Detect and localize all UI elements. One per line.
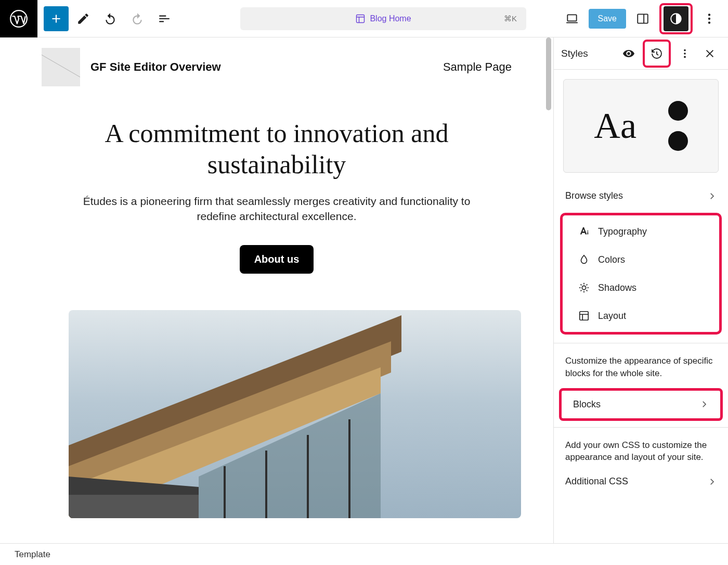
device-preview-button[interactable] — [560, 6, 584, 31]
hero-cta-button[interactable]: About us — [240, 245, 314, 274]
additional-css-row[interactable]: Additional CSS — [554, 468, 728, 495]
nav-link-sample-page[interactable]: Sample Page — [443, 60, 512, 74]
footer-breadcrumb-label: Template — [15, 549, 50, 560]
undo-button[interactable] — [98, 6, 123, 31]
hero-subheading[interactable]: Études is a pioneering firm that seamles… — [69, 194, 485, 224]
site-header: GF Site Editor Overview Sample Page — [42, 48, 512, 118]
close-icon — [704, 48, 716, 59]
additional-css-label: Additional CSS — [565, 476, 628, 487]
svg-rect-1 — [357, 15, 365, 22]
plus-icon — [49, 12, 63, 25]
breadcrumb-shortcut: ⌘K — [504, 14, 517, 23]
settings-sidebar-button[interactable] — [630, 6, 655, 31]
breadcrumb[interactable]: Blog Home ⌘K — [240, 7, 526, 30]
typography-icon — [578, 226, 590, 237]
edit-button[interactable] — [71, 6, 96, 31]
save-button[interactable]: Save — [589, 9, 626, 29]
colors-label: Colors — [598, 254, 625, 265]
history-icon — [651, 47, 663, 60]
wordpress-logo[interactable] — [0, 0, 37, 37]
layout-row[interactable]: Layout — [563, 302, 719, 330]
site-title[interactable]: GF Site Editor Overview — [90, 60, 221, 74]
sidebar-icon — [636, 12, 649, 25]
css-description: Add your own CSS to customize the appear… — [554, 430, 728, 468]
redo-icon — [131, 12, 144, 25]
sidebar-more-button[interactable] — [674, 43, 696, 65]
svg-rect-12 — [69, 495, 199, 518]
browse-styles-row[interactable]: Browse styles — [554, 182, 728, 210]
list-icon — [158, 12, 171, 25]
hero-section: A commitment to innovation and sustainab… — [69, 118, 485, 518]
svg-rect-22 — [580, 312, 589, 320]
style-book-button[interactable] — [618, 43, 640, 65]
eye-icon — [622, 47, 635, 60]
hero-image[interactable] — [69, 310, 521, 518]
typography-label: Typography — [598, 226, 647, 237]
redo-button[interactable] — [125, 6, 150, 31]
svg-rect-3 — [638, 14, 648, 23]
drop-icon — [578, 254, 590, 265]
svg-point-20 — [684, 56, 686, 58]
browse-styles-label: Browse styles — [565, 190, 623, 201]
blocks-row[interactable]: Blocks — [559, 388, 723, 421]
svg-point-7 — [708, 21, 710, 23]
undo-icon — [103, 12, 117, 25]
tools-left — [37, 6, 178, 31]
preview-typography-sample: Aa — [594, 105, 636, 147]
close-sidebar-button[interactable] — [699, 43, 721, 65]
canvas-scrollbar[interactable] — [546, 37, 551, 543]
chevron-right-icon — [699, 400, 709, 409]
style-preview-card[interactable]: Aa — [563, 79, 719, 173]
layout-label: Layout — [598, 311, 626, 322]
contrast-icon — [669, 12, 683, 25]
editor-canvas[interactable]: GF Site Editor Overview Sample Page A co… — [0, 37, 553, 543]
preview-color-swatches — [668, 101, 688, 151]
styles-button-highlight — [659, 3, 693, 34]
hero-heading[interactable]: A commitment to innovation and sustainab… — [69, 118, 485, 180]
svg-point-18 — [684, 49, 686, 51]
tools-right: Save — [558, 3, 728, 34]
styles-button[interactable] — [664, 6, 688, 31]
typography-row[interactable]: Typography — [563, 217, 719, 246]
styles-sidebar: Styles Aa Browse styles — [553, 37, 728, 543]
svg-point-21 — [582, 286, 586, 289]
blocks-description: Customize the appearance of specific blo… — [554, 345, 728, 384]
pencil-icon — [76, 12, 90, 25]
sidebar-title: Styles — [561, 48, 588, 59]
svg-point-5 — [708, 14, 710, 16]
add-block-button[interactable] — [44, 6, 69, 31]
svg-point-19 — [684, 53, 686, 55]
blocks-label: Blocks — [573, 399, 601, 410]
kebab-icon — [703, 12, 716, 25]
shadows-row[interactable]: Shadows — [563, 274, 719, 302]
style-categories-highlight: Typography Colors Shadows Layout — [560, 213, 722, 335]
laptop-icon — [565, 12, 579, 25]
sidebar-header: Styles — [554, 37, 728, 70]
chevron-right-icon — [707, 477, 717, 486]
top-toolbar: Blog Home ⌘K Save — [0, 0, 728, 37]
list-view-button[interactable] — [152, 6, 177, 31]
more-options-button[interactable] — [697, 6, 722, 31]
chevron-right-icon — [707, 191, 717, 201]
svg-point-6 — [708, 17, 710, 19]
layout-icon — [578, 310, 590, 322]
template-icon — [355, 14, 366, 24]
building-illustration — [69, 310, 521, 518]
site-logo-placeholder[interactable] — [42, 48, 80, 86]
kebab-icon — [679, 48, 691, 59]
sun-icon — [578, 282, 590, 293]
revisions-button[interactable] — [646, 43, 668, 65]
svg-rect-2 — [567, 15, 576, 21]
shadows-label: Shadows — [598, 282, 636, 293]
colors-row[interactable]: Colors — [563, 246, 719, 274]
revisions-button-highlight — [643, 40, 671, 68]
breadcrumb-label: Blog Home — [370, 14, 411, 23]
footer-breadcrumb[interactable]: Template — [0, 543, 728, 565]
